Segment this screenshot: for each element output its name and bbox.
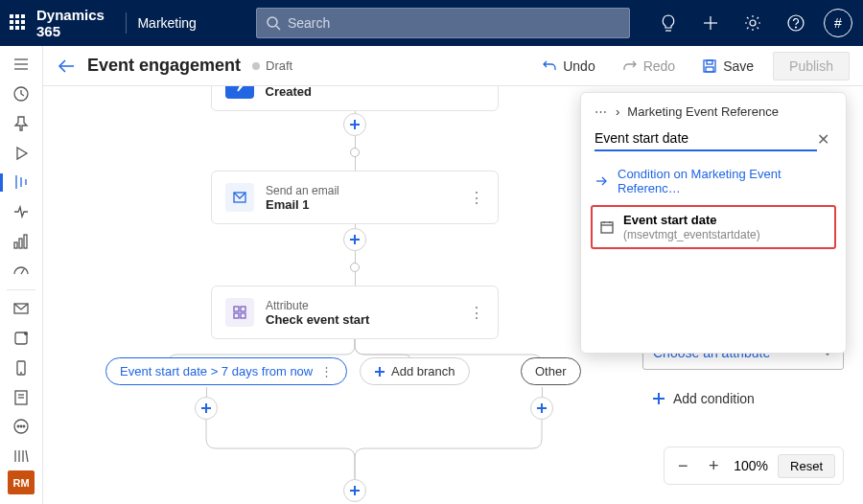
area-label: Marketing	[137, 15, 196, 31]
svg-point-7	[795, 27, 796, 28]
add-condition-button[interactable]: Add condition	[652, 391, 834, 406]
redo-button: Redo	[615, 53, 683, 80]
attribute-picker-popover: ⋯› Marketing Event Reference ✕ Condition…	[580, 92, 847, 354]
global-search[interactable]: Search	[256, 8, 630, 38]
app-launcher-icon[interactable]	[10, 14, 25, 32]
rail-notify-icon[interactable]	[0, 324, 43, 354]
svg-point-31	[23, 425, 25, 427]
search-placeholder: Search	[288, 15, 330, 31]
email-card[interactable]: Send an email Email 1 ⋮	[211, 171, 499, 224]
zoom-controls: − + 100% Reset	[664, 447, 844, 485]
svg-rect-45	[234, 307, 239, 311]
svg-rect-47	[234, 313, 239, 318]
rail-play-icon[interactable]	[0, 138, 43, 168]
condition-on-link[interactable]: Condition on Marketing Event Referenc…	[581, 159, 846, 203]
rail-library-icon[interactable]	[0, 442, 43, 471]
connector-midpoint	[350, 263, 360, 272]
rail-journeys-icon[interactable]	[0, 168, 43, 197]
rail-recent-icon[interactable]	[0, 80, 43, 109]
svg-rect-60	[601, 222, 613, 233]
svg-rect-16	[14, 242, 17, 248]
svg-rect-39	[706, 67, 713, 72]
search-icon	[267, 16, 280, 30]
chevron-right-icon: ›	[616, 104, 619, 119]
svg-marker-12	[17, 148, 27, 159]
rail-more-icon[interactable]	[0, 412, 43, 442]
svg-rect-17	[19, 239, 22, 248]
svg-point-29	[17, 425, 19, 427]
account-avatar[interactable]: #	[823, 0, 853, 46]
settings-icon[interactable]	[737, 0, 768, 46]
rail-pinned-icon[interactable]	[0, 109, 43, 139]
svg-point-22	[24, 332, 28, 335]
help-icon[interactable]	[781, 0, 811, 46]
rail-speed-icon[interactable]	[0, 256, 43, 286]
trigger-card[interactable]: Marketing Event Registration Created	[211, 86, 499, 111]
attribute-search-input[interactable]	[595, 126, 817, 151]
clear-search-icon[interactable]: ✕	[817, 130, 832, 149]
attribute-result-event-start-date[interactable]: Event start date (msevtmgt_eventstartdat…	[591, 205, 836, 249]
svg-line-19	[21, 269, 24, 274]
top-navbar: Dynamics 365 Marketing Search #	[0, 0, 863, 46]
rail-forms-icon[interactable]	[0, 382, 43, 412]
add-step-button[interactable]	[343, 228, 366, 251]
svg-point-30	[20, 425, 22, 427]
zoom-reset-button[interactable]: Reset	[778, 454, 835, 478]
arrow-right-icon	[595, 174, 608, 188]
svg-rect-46	[241, 307, 245, 311]
brand-label: Dynamics 365	[36, 7, 114, 39]
zoom-out-button[interactable]: −	[672, 456, 693, 476]
status-badge: Draft	[252, 58, 292, 73]
rail-mail-icon[interactable]	[0, 294, 43, 324]
rail-menu-icon[interactable]	[0, 50, 43, 80]
svg-point-5	[750, 20, 756, 26]
zoom-in-button[interactable]: +	[703, 456, 724, 476]
save-button[interactable]: Save	[694, 53, 761, 80]
add-step-button[interactable]	[530, 397, 553, 420]
add-step-button[interactable]	[343, 113, 366, 136]
publish-button: Publish	[773, 52, 850, 80]
back-button[interactable]	[57, 57, 76, 76]
add-icon[interactable]	[695, 0, 726, 46]
card-menu-icon[interactable]: ⋮	[469, 189, 484, 207]
nav-divider	[126, 12, 127, 34]
user-badge[interactable]: RM	[8, 470, 35, 494]
svg-line-35	[26, 450, 28, 462]
page-title: Event engagement	[87, 56, 241, 76]
calendar-icon	[600, 220, 614, 234]
svg-rect-18	[24, 235, 27, 248]
popover-breadcrumb[interactable]: ⋯› Marketing Event Reference	[581, 93, 846, 123]
page-toolbar: Event engagement Draft Undo Redo Save Pu…	[43, 46, 863, 86]
svg-point-0	[268, 17, 277, 27]
add-step-button[interactable]	[343, 479, 366, 502]
svg-point-6	[788, 15, 804, 31]
attribute-card[interactable]: Attribute Check event start ⋮	[211, 286, 499, 339]
card-menu-icon[interactable]: ⋮	[469, 304, 484, 322]
save-icon	[702, 58, 717, 74]
left-rail: RM	[0, 46, 43, 504]
redo-icon	[622, 58, 638, 74]
undo-button[interactable]: Undo	[534, 53, 602, 80]
journey-canvas[interactable]: Marketing Event Registration Created Sen…	[43, 86, 863, 504]
add-step-button[interactable]	[195, 397, 218, 420]
svg-rect-48	[241, 313, 245, 318]
branch-other-chip[interactable]: Other	[521, 357, 581, 385]
rail-sms-icon[interactable]	[0, 353, 43, 382]
undo-icon	[542, 58, 557, 74]
assistant-icon[interactable]	[653, 0, 684, 46]
svg-line-1	[276, 26, 280, 30]
zoom-value: 100%	[734, 458, 768, 473]
rail-analytics-icon[interactable]	[0, 227, 43, 257]
rail-triggers-icon[interactable]	[0, 197, 43, 227]
connector-midpoint	[350, 148, 360, 157]
svg-rect-38	[707, 60, 712, 64]
add-branch-button[interactable]: Add branch	[360, 357, 470, 385]
branch-condition-chip[interactable]: Event start date > 7 days from now⋮	[105, 357, 347, 385]
